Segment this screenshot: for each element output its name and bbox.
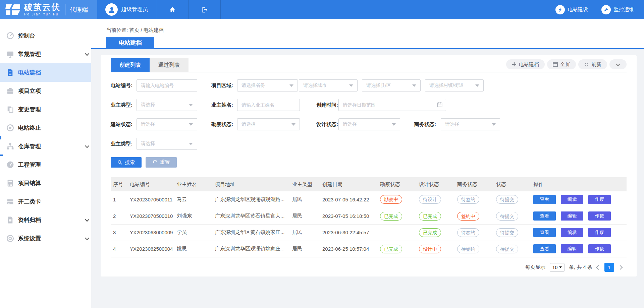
date-range-input[interactable] (338, 99, 446, 111)
city-select[interactable]: 请选择城市 (299, 79, 358, 91)
edit-button[interactable]: 编辑 (561, 244, 583, 253)
search-label: 搜索 (125, 159, 135, 166)
cell-created: 2023-07-05 16:18:50 (320, 208, 378, 224)
business-status-placeholder: 请选择 (445, 121, 459, 127)
create-station-button[interactable]: 电站建档 (506, 59, 545, 69)
col-design: 设计状态 (417, 177, 455, 191)
sidebar-item-change-mgmt[interactable]: 变更管理 (0, 100, 91, 119)
void-button[interactable]: 作废 (588, 228, 611, 237)
sidebar-item-label: 资料归档 (18, 216, 41, 224)
logout-button[interactable] (189, 0, 221, 19)
shortcut-station-build[interactable]: 电站建设 (555, 5, 588, 14)
per-page-select[interactable]: 10 (550, 263, 565, 272)
reset-button[interactable]: 重置 (146, 157, 177, 168)
sidebar-item-engineering-mgmt[interactable]: 工程管理 (0, 156, 91, 174)
business-status-badge: 待签约 (457, 195, 479, 204)
logo-icon (5, 3, 21, 16)
owner-type-select[interactable]: 请选择 (137, 99, 197, 111)
col-status: 状态 (494, 177, 531, 191)
owner-name-label: 业主姓名: (211, 102, 237, 108)
calendar-icon[interactable] (437, 102, 443, 108)
page-number-current[interactable]: 1 (604, 263, 614, 272)
sidebar-item-station-archive[interactable]: 电站建档 (0, 63, 91, 82)
table-row: 3 YX2023063000009 学员 广东深圳龙华区黄石镇姚家庄... 居民… (111, 224, 627, 241)
sidebar-item-warehouse-mgmt[interactable]: 仓库管理 (0, 137, 91, 156)
tab-create-list[interactable]: 创建列表 (111, 58, 150, 72)
monitor-icon (6, 50, 14, 58)
province-select[interactable]: 请选择省份 (237, 79, 298, 91)
station-code-label: 电站编号: (111, 82, 137, 89)
shortcut-label: 监控运维 (614, 6, 634, 13)
gauge-icon (6, 161, 14, 169)
sidebar-item-system-settings[interactable]: 系统设置 (0, 229, 91, 248)
survey-status-label: 勘察状态: (211, 121, 237, 128)
survey-status-select[interactable]: 请选择 (237, 118, 300, 130)
top-header: 破茧云伏 Po Jian Yun Fu 代理端 超级管理员 (0, 0, 644, 19)
edit-button[interactable]: 编辑 (561, 195, 583, 204)
next-page-button[interactable] (618, 265, 623, 269)
logo-subtitle: Po Jian Yun Fu (24, 13, 60, 16)
table-header-row: 序号 电站编号 业主姓名 项目地址 业主类型 创建日期 勘察状态 设计状态 商务… (111, 177, 627, 191)
collapse-toolbar-button[interactable] (609, 59, 627, 69)
header-spacer (221, 0, 555, 19)
business-status-select[interactable]: 请选择 (441, 118, 500, 130)
filter-area: 电站编号: 项目区域: 请选择省份 请选择城市 (111, 72, 627, 168)
breadcrumb: 当前位置: 首页 / 电站建档 (106, 27, 164, 34)
user-menu[interactable]: 超级管理员 (97, 0, 156, 19)
table-row: 4 YX2023062500004 姚思 广东深圳龙华区观澜镇姚家庄... 居民… (111, 241, 627, 257)
reset-icon (153, 160, 158, 165)
sidebar-item-console[interactable]: 控制台 (0, 26, 91, 45)
county-select[interactable]: 请选择县/区 (362, 79, 421, 91)
page-tab-station-archive[interactable]: 电站建档 (106, 37, 154, 48)
view-button[interactable]: 查看 (533, 228, 556, 237)
search-button[interactable]: 搜索 (111, 157, 142, 168)
sidebar-item-label: 工程管理 (18, 161, 41, 169)
cell-created: 2023-06-25 10:57:04 (320, 241, 378, 257)
edit-button[interactable]: 编辑 (561, 228, 583, 237)
survey-status-badge: 勘察中 (380, 195, 402, 204)
toolbar: 电站建档 全屏 刷新 (506, 59, 627, 69)
table-row: 1 YX2023070500011 马云 广东深圳龙华区观澜镇观湖路... 居民… (111, 191, 627, 208)
col-business: 商务状态 (455, 177, 494, 191)
fullscreen-button[interactable]: 全屏 (547, 59, 576, 69)
edit-button[interactable]: 编辑 (561, 211, 583, 221)
prev-page-button[interactable] (596, 265, 601, 269)
cell-code: YX2023070500011 (127, 191, 174, 208)
sidebar-item-general-mgmt[interactable]: 常规管理 (0, 45, 91, 63)
lightning-icon (555, 5, 565, 14)
owner-name-input[interactable] (237, 99, 300, 111)
refresh-button[interactable]: 刷新 (578, 59, 607, 69)
sidebar-item-label: 仓库管理 (18, 142, 41, 150)
content-card: 创建列表 通过列表 电站建档 全屏 (101, 55, 637, 276)
sidebar-item-label: 电站终止 (18, 124, 41, 132)
view-button[interactable]: 查看 (533, 211, 556, 221)
cell-address: 广东深圳龙华区观澜镇观湖路... (213, 191, 290, 208)
sidebar-item-label: 控制台 (18, 32, 35, 40)
sidebar-item-data-archive[interactable]: 资料归档 (0, 211, 91, 229)
home-button[interactable] (156, 0, 189, 19)
sidebar-item-type2-card[interactable]: 开二类卡 (0, 192, 91, 211)
build-status-select[interactable]: 请选择 (137, 118, 197, 130)
sidebar-item-station-terminate[interactable]: 电站终止 (0, 119, 91, 137)
sidebar-item-label: 项目立项 (18, 87, 41, 95)
view-button[interactable]: 查看 (533, 195, 556, 204)
cell-survey-empty (378, 224, 417, 241)
station-code-input[interactable] (137, 79, 197, 91)
void-button[interactable]: 作废 (588, 211, 611, 221)
sidebar-item-project-initiation[interactable]: 项目立项 (0, 82, 91, 100)
town-select[interactable]: 请选择村镇/街道 (425, 79, 484, 91)
town-filter: 请选择村镇/街道 (425, 79, 484, 91)
sidebar-item-project-settlement[interactable]: 项目结算 (0, 174, 91, 192)
shortcut-monitor-ops[interactable]: 监控运维 (601, 5, 634, 14)
tab-passed-list[interactable]: 通过列表 (150, 58, 189, 72)
void-button[interactable]: 作废 (588, 244, 611, 253)
sidebar: 控制台 常规管理 电站建档 项目立项 变更管理 (0, 19, 91, 308)
void-button[interactable]: 作废 (588, 195, 611, 204)
breadcrumb-strip: 当前位置: 首页 / 电站建档 电站建档 (91, 19, 644, 49)
pagination: 每页显示 10 条, 共 4 条 1 (111, 257, 627, 278)
caret-down-icon (475, 84, 479, 87)
view-button[interactable]: 查看 (533, 244, 556, 253)
owner-type2-select[interactable]: 请选择 (137, 138, 197, 150)
design-status-select[interactable]: 请选择 (338, 118, 400, 130)
caret-down-icon (291, 123, 296, 126)
